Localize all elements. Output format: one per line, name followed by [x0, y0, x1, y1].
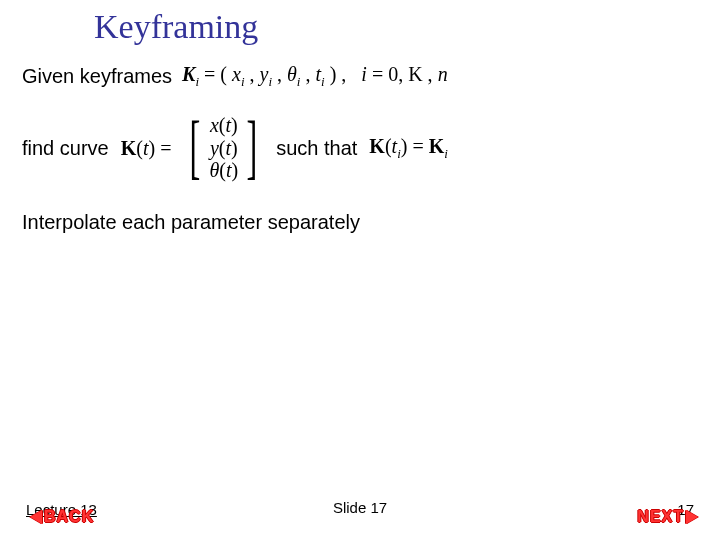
text-interpolate: Interpolate each parameter separately	[22, 211, 360, 233]
next-button[interactable]: Next	[637, 508, 698, 526]
arrow-left-icon	[30, 510, 42, 524]
row-findcurve: find curve K(t) = [ x(t) y(t) θ(t) ] suc…	[22, 112, 698, 184]
text-given: Given keyframes	[22, 64, 172, 88]
footer: Lecture 13 17	[0, 501, 720, 518]
next-label: Next	[637, 508, 684, 526]
text-suchthat: such that	[276, 136, 357, 160]
text-findcurve: find curve	[22, 136, 109, 160]
math-vector: [ x(t) y(t) θ(t) ]	[183, 112, 264, 184]
vec-row: x(t)	[209, 114, 238, 136]
bracket-left-icon: [	[190, 110, 201, 182]
row-given: Given keyframes Ki = ( xi , yi , θi , ti…	[22, 62, 698, 90]
row-interpolate: Interpolate each parameter separately	[22, 210, 698, 234]
arrow-right-icon	[686, 510, 698, 524]
slide: Keyframing Given keyframes Ki = ( xi , y…	[0, 0, 720, 540]
vec-row: y(t)	[209, 137, 238, 159]
math-keyframe-def: Ki = ( xi , yi , θi , ti ) , i = 0, K , …	[182, 62, 448, 90]
math-k-of-t-lhs: K(t) =	[121, 136, 172, 160]
math-constraint: K(ti) = Ki	[369, 134, 448, 162]
vec-row: θ(t)	[209, 159, 238, 181]
slide-body: Given keyframes Ki = ( xi , yi , θi , ti…	[22, 62, 698, 234]
back-label: Back	[44, 508, 94, 526]
back-button[interactable]: Back	[30, 508, 94, 526]
slide-title: Keyframing	[94, 8, 258, 46]
bracket-right-icon: ]	[247, 110, 258, 182]
